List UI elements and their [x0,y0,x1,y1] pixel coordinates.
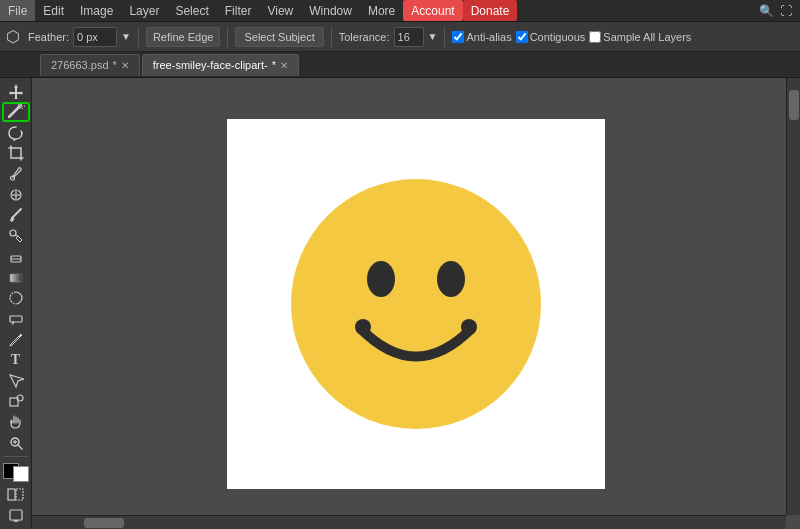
svg-rect-23 [16,489,23,500]
svg-line-11 [15,235,18,236]
tab-psd[interactable]: 276663.psd * ✕ [40,54,140,76]
menu-edit[interactable]: Edit [35,0,72,21]
color-boxes[interactable] [3,463,29,482]
svg-point-30 [355,319,371,335]
svg-point-28 [367,261,395,297]
search-icon[interactable]: 🔍 [759,4,774,18]
quick-mask-btn[interactable] [3,486,29,505]
menu-bar: File Edit Image Layer Select Filter View… [0,0,800,22]
menu-more[interactable]: More [360,0,403,21]
scrollbar-thumb-h[interactable] [84,518,124,528]
svg-point-29 [437,261,465,297]
expand-icon[interactable]: ⛶ [780,4,792,18]
tab-label-psd: 276663.psd [51,59,109,71]
tolerance-input[interactable] [394,27,424,47]
hand-tool-btn[interactable] [3,413,29,432]
left-toolbar: T [0,78,32,529]
refine-edge-button[interactable]: Refine Edge [146,27,221,47]
smiley-face-image [276,164,556,444]
horizontal-scrollbar[interactable] [32,515,786,529]
menu-select[interactable]: Select [167,0,216,21]
gradient-tool-btn[interactable] [3,268,29,287]
svg-line-19 [18,445,22,449]
svg-point-27 [291,179,541,429]
menu-file[interactable]: File [0,0,35,21]
contiguous-check[interactable]: Contiguous [516,31,586,43]
magic-wand-tool-btn[interactable] [3,103,29,122]
tolerance-label: Tolerance: [339,31,390,43]
svg-line-3 [22,103,23,104]
tab-modified-psd: * [113,59,117,71]
menu-window[interactable]: Window [301,0,360,21]
menu-view[interactable]: View [259,0,301,21]
separator-2 [227,27,228,47]
pen-tool-btn[interactable] [3,330,29,349]
magic-wand-icon: ⬡ [6,27,20,46]
crop-tool-btn[interactable] [3,144,29,163]
feather-label: Feather: [28,31,69,43]
tab-smiley[interactable]: free-smiley-face-clipart- * ✕ [142,54,299,76]
main-layout: T [0,78,800,529]
brush-tool-btn[interactable] [3,206,29,225]
shape-tool-btn[interactable] [3,392,29,411]
canvas-document [227,119,605,489]
svg-rect-14 [10,316,22,322]
feather-input[interactable] [73,27,117,47]
separator-3 [331,27,332,47]
eraser-tool-btn[interactable] [3,248,29,267]
move-tool-btn[interactable] [3,82,29,101]
text-tool-btn[interactable]: T [3,351,29,370]
svg-rect-13 [10,274,22,282]
svg-rect-24 [10,510,22,520]
tab-close-psd[interactable]: ✕ [121,60,129,71]
toolbar-separator [4,456,28,457]
healing-brush-btn[interactable] [3,185,29,204]
menu-donate[interactable]: Donate [463,0,518,21]
feather-dropdown-icon[interactable]: ▼ [121,31,131,42]
menu-icons: 🔍 ⛶ [759,4,800,18]
clone-stamp-btn[interactable] [3,227,29,246]
vertical-scrollbar[interactable] [786,78,800,515]
separator-1 [138,27,139,47]
menu-filter[interactable]: Filter [217,0,260,21]
sample-all-layers-check[interactable]: Sample All Layers [589,31,691,43]
tab-label-smiley: free-smiley-face-clipart- [153,59,268,71]
svg-rect-22 [8,489,15,500]
svg-point-6 [10,176,14,180]
svg-point-31 [461,319,477,335]
options-toolbar: ⬡ Feather: ▼ Refine Edge Select Subject … [0,22,800,52]
tab-close-smiley[interactable]: ✕ [280,60,288,71]
select-subject-button[interactable]: Select Subject [235,27,323,47]
tabs-bar: 276663.psd * ✕ free-smiley-face-clipart-… [0,52,800,78]
blur-tool-btn[interactable] [3,289,29,308]
lasso-tool-btn[interactable] [3,123,29,142]
menu-layer[interactable]: Layer [121,0,167,21]
svg-line-2 [22,108,23,109]
svg-marker-0 [9,84,23,99]
tab-modified-smiley: * [272,59,276,71]
menu-image[interactable]: Image [72,0,121,21]
zoom-tool-btn[interactable] [3,434,29,453]
path-selection-btn[interactable] [3,372,29,391]
smudge-tool-btn[interactable] [3,310,29,329]
separator-4 [444,27,445,47]
menu-account[interactable]: Account [403,0,462,21]
background-color[interactable] [13,466,29,482]
screen-mode-btn[interactable] [3,506,29,525]
anti-alias-check[interactable]: Anti-alias [452,31,511,43]
canvas-area [32,78,800,529]
eyedropper-tool-btn[interactable] [3,165,29,184]
tolerance-dropdown-icon[interactable]: ▼ [428,31,438,42]
scrollbar-thumb-v[interactable] [789,90,799,120]
